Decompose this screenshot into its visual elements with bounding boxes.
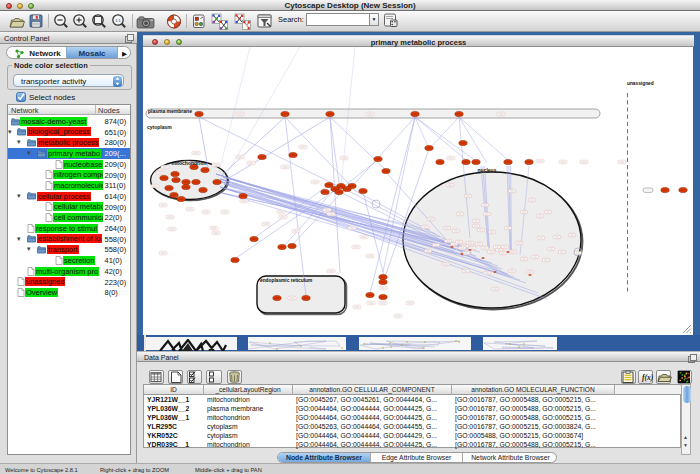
svg-text:f(x): f(x) [642,373,654,382]
svg-text:1:1: 1:1 [115,18,121,23]
